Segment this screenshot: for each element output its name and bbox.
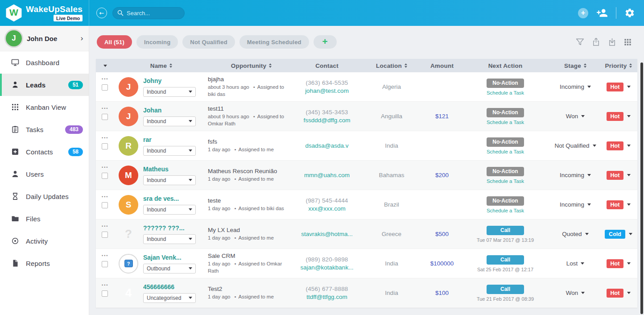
column-header-name[interactable]: Name — [150, 62, 167, 69]
stage-dropdown[interactable]: Won — [551, 102, 600, 131]
lead-type-dropdown[interactable]: Inbound — [143, 175, 196, 185]
email-link[interactable]: johan@test.com — [305, 87, 349, 94]
lead-name-link[interactable]: ?????? ???... — [143, 224, 208, 232]
filter-rows-icon[interactable] — [103, 65, 107, 67]
row-checkbox[interactable] — [102, 290, 108, 297]
user-card[interactable]: J John Doe › — [0, 26, 89, 51]
priority-dropdown[interactable]: Hot — [600, 278, 637, 307]
lead-name-link[interactable]: rar — [143, 136, 208, 143]
call-action-badge[interactable]: Call — [487, 285, 524, 294]
add-tab-button[interactable]: + — [314, 35, 337, 49]
priority-badge[interactable]: Cold — [605, 230, 625, 239]
lead-type-dropdown[interactable]: Outbound — [143, 264, 196, 274]
sidebar-item-tasks[interactable]: Tasks 483 — [0, 118, 89, 141]
email-link[interactable]: sajan@kotakbank... — [301, 264, 354, 271]
priority-dropdown[interactable]: Hot — [600, 161, 637, 190]
stage-dropdown[interactable]: Won — [551, 278, 600, 307]
sort-icon[interactable] — [169, 63, 172, 68]
email-link[interactable]: stavrakis@hotma... — [301, 231, 353, 237]
schedule-task-link[interactable]: Schedule a Task — [487, 208, 524, 213]
schedule-task-link[interactable]: Schedule a Task — [487, 120, 524, 125]
priority-badge[interactable]: Hot — [607, 200, 624, 209]
row-menu-icon[interactable]: ••• — [102, 166, 115, 170]
add-user-icon[interactable] — [596, 7, 608, 19]
stage-dropdown[interactable]: Not Qualified — [551, 131, 600, 160]
sidebar-item-contacts[interactable]: Contacts 58 — [0, 141, 89, 163]
priority-badge[interactable]: Hot — [607, 83, 624, 91]
row-checkbox[interactable] — [102, 143, 108, 149]
schedule-task-link[interactable]: Schedule a Task — [487, 149, 524, 154]
lead-type-dropdown[interactable]: Inbound — [143, 116, 196, 126]
priority-badge[interactable]: Hot — [607, 112, 624, 121]
row-menu-icon[interactable]: ••• — [102, 254, 115, 258]
sidebar-item-daily-updates[interactable]: Daily Updates — [0, 185, 89, 207]
lead-type-dropdown[interactable]: Uncategorised — [143, 293, 196, 303]
priority-dropdown[interactable]: Hot — [600, 249, 637, 278]
priority-badge[interactable]: Hot — [607, 141, 624, 150]
settings-icon[interactable] — [624, 8, 635, 18]
priority-badge[interactable]: Hot — [607, 259, 624, 268]
row-menu-icon[interactable]: ••• — [102, 136, 115, 140]
sidebar-item-dashboard[interactable]: Dashboard — [0, 51, 89, 74]
stage-dropdown[interactable]: Quoted — [551, 220, 600, 249]
row-checkbox[interactable] — [102, 84, 108, 91]
row-menu-icon[interactable]: ••• — [102, 195, 115, 199]
row-checkbox[interactable] — [102, 202, 108, 208]
export-icon[interactable] — [591, 37, 601, 47]
email-link[interactable]: mmn@uahs.com — [304, 172, 350, 178]
column-header-opportunity[interactable]: Opportunity — [231, 62, 266, 69]
stage-dropdown[interactable]: Incoming — [551, 72, 600, 101]
row-menu-icon[interactable]: ••• — [102, 77, 115, 81]
stage-dropdown[interactable]: Incoming — [551, 190, 600, 219]
priority-dropdown[interactable]: Cold — [600, 220, 637, 249]
lead-name-link[interactable]: sra de ves... — [143, 195, 208, 202]
priority-badge[interactable]: Hot — [607, 289, 624, 298]
priority-dropdown[interactable]: Hot — [600, 72, 637, 101]
stage-dropdown[interactable]: Incoming — [551, 161, 600, 190]
call-action-badge[interactable]: Call — [487, 255, 524, 265]
schedule-task-link[interactable]: Schedule a Task — [487, 178, 524, 184]
lead-name-link[interactable]: Sajan Venk... — [143, 254, 208, 261]
sidebar-item-kanban-view[interactable]: Kanban View — [0, 96, 89, 118]
import-icon[interactable] — [607, 37, 617, 47]
priority-dropdown[interactable]: Hot — [600, 131, 637, 160]
row-checkbox[interactable] — [102, 173, 108, 179]
row-menu-icon[interactable]: ••• — [102, 107, 115, 111]
grid-view-icon[interactable] — [623, 38, 632, 46]
sort-icon[interactable] — [269, 63, 272, 68]
tab-meeting-scheduled[interactable]: Meeting Scheduled — [239, 35, 309, 49]
sort-icon[interactable] — [584, 63, 586, 68]
priority-dropdown[interactable]: Hot — [600, 102, 637, 131]
tab-not-qualified[interactable]: Not Qualified — [182, 35, 235, 49]
sidebar-item-files[interactable]: Files — [0, 207, 89, 230]
schedule-task-link[interactable]: Schedule a Task — [487, 90, 524, 95]
priority-badge[interactable]: Hot — [607, 171, 624, 180]
call-action-badge[interactable]: Call — [487, 226, 524, 235]
column-header-location[interactable]: Location — [376, 62, 402, 69]
lead-type-dropdown[interactable]: Inbound — [143, 234, 196, 244]
tab-all[interactable]: All (51) — [97, 35, 132, 49]
sidebar-item-activity[interactable]: Activity — [0, 230, 89, 252]
row-menu-icon[interactable]: ••• — [102, 283, 115, 287]
filter-icon[interactable] — [575, 37, 585, 47]
row-checkbox[interactable] — [102, 114, 108, 120]
lead-name-link[interactable]: Matheus — [143, 166, 208, 173]
email-link[interactable]: fssddd@dffg.com — [303, 117, 350, 124]
email-link[interactable]: dsadsa@asda.v — [305, 142, 348, 149]
row-checkbox[interactable] — [102, 232, 108, 238]
lead-name-link[interactable]: 456666666 — [143, 283, 208, 290]
lead-name-link[interactable]: Johny — [143, 77, 208, 84]
lead-type-dropdown[interactable]: Inbound — [143, 205, 196, 215]
lead-name-link[interactable]: Johan — [143, 107, 208, 114]
sidebar-item-reports[interactable]: Reports — [0, 252, 89, 274]
row-checkbox[interactable] — [102, 261, 108, 267]
search-input[interactable] — [127, 10, 176, 17]
sort-icon[interactable] — [629, 63, 632, 68]
tab-incoming[interactable]: Incoming — [136, 35, 178, 49]
row-menu-icon[interactable]: ••• — [102, 224, 115, 228]
vertical-scrollbar[interactable] — [640, 62, 643, 314]
email-link[interactable]: xxx@xxx.com — [308, 205, 345, 212]
email-link[interactable]: ttdff@ttfgg.com — [306, 294, 347, 300]
lead-type-dropdown[interactable]: Inbound — [143, 146, 196, 156]
priority-dropdown[interactable]: Hot — [600, 190, 637, 219]
